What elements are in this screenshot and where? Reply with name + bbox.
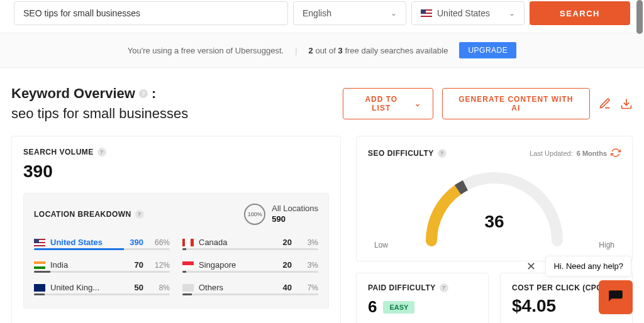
search-volume-label: SEARCH VOLUME bbox=[23, 148, 94, 156]
country-value: United States bbox=[437, 8, 490, 18]
seo-difficulty-card: SEO DIFFICULTY ? Last Updated: 6 Months bbox=[356, 136, 633, 261]
in-flag-icon bbox=[34, 261, 45, 269]
keyword-input[interactable] bbox=[14, 1, 288, 25]
uk-flag-icon bbox=[34, 284, 45, 292]
search-volume-card: SEARCH VOLUME ? 390 LOCATION BREAKDOWN ?… bbox=[11, 136, 341, 323]
all-locations-value: 590 bbox=[272, 214, 318, 225]
difficulty-gauge: 36 bbox=[419, 172, 570, 247]
paid-difficulty-card: PAID DIFFICULTY ? 6 EASY bbox=[356, 273, 489, 323]
seo-difficulty-value: 36 bbox=[419, 212, 570, 232]
paid-difficulty-label: PAID DIFFICULTY bbox=[368, 283, 436, 292]
help-icon[interactable]: ? bbox=[139, 89, 148, 98]
all-locations-label: All Locations bbox=[272, 204, 318, 213]
chevron-down-icon: ⌄ bbox=[391, 9, 397, 18]
scrollbar[interactable] bbox=[636, 0, 643, 34]
language-value: English bbox=[303, 8, 331, 18]
seo-difficulty-label: SEO DIFFICULTY bbox=[368, 149, 434, 158]
sg-flag-icon bbox=[182, 261, 194, 269]
country-select[interactable]: United States ⌄ bbox=[411, 1, 525, 25]
close-icon[interactable]: ✕ bbox=[523, 258, 539, 275]
edit-icon[interactable] bbox=[599, 97, 611, 110]
other-flag-icon bbox=[182, 284, 194, 292]
all-locations-circle: 100% bbox=[244, 204, 265, 225]
help-icon[interactable]: ? bbox=[97, 148, 106, 156]
location-row[interactable]: Canada 20 3% bbox=[182, 234, 318, 248]
search-volume-value: 390 bbox=[23, 162, 329, 182]
location-row[interactable]: United King... 50 8% bbox=[34, 279, 170, 293]
location-row[interactable]: Others 40 7% bbox=[182, 279, 318, 293]
us-flag-icon bbox=[34, 239, 45, 246]
add-to-list-button[interactable]: ADD TO LIST ⌄ bbox=[343, 88, 433, 119]
generate-content-button[interactable]: GENERATE CONTENT WITH AI bbox=[442, 88, 590, 119]
location-breakdown-label: LOCATION BREAKDOWN bbox=[34, 210, 131, 219]
help-icon[interactable]: ? bbox=[135, 210, 144, 219]
difficulty-badge: EASY bbox=[383, 301, 414, 314]
language-select[interactable]: English ⌄ bbox=[293, 1, 406, 25]
help-icon[interactable]: ? bbox=[438, 149, 447, 158]
upgrade-button[interactable]: UPGRADE bbox=[459, 42, 516, 58]
free-version-notice: You're using a free version of Ubersugge… bbox=[0, 33, 644, 68]
refresh-icon[interactable] bbox=[611, 148, 621, 159]
us-flag-icon bbox=[421, 9, 432, 17]
chat-tooltip: Hi. Need any help? bbox=[545, 256, 631, 276]
location-breakdown: LOCATION BREAKDOWN ? 100% All Locations … bbox=[23, 193, 329, 309]
search-button[interactable]: SEARCH bbox=[530, 1, 630, 25]
location-row[interactable]: India 70 12% bbox=[34, 256, 170, 271]
keyword-display: seo tips for small businesses bbox=[11, 106, 188, 122]
location-row[interactable]: Singapore 20 3% bbox=[182, 256, 318, 271]
help-icon[interactable]: ? bbox=[440, 283, 448, 292]
paid-difficulty-value: 6 bbox=[368, 297, 377, 317]
cpc-label: COST PER CLICK (CPC) bbox=[512, 283, 605, 292]
chevron-down-icon: ⌄ bbox=[509, 9, 515, 18]
ca-flag-icon bbox=[182, 239, 194, 246]
page-title: Keyword Overview bbox=[11, 85, 135, 102]
chat-button[interactable] bbox=[599, 280, 633, 314]
download-icon[interactable] bbox=[620, 97, 633, 110]
chevron-down-icon: ⌄ bbox=[414, 99, 421, 108]
location-row[interactable]: United States 390 66% bbox=[34, 234, 170, 248]
